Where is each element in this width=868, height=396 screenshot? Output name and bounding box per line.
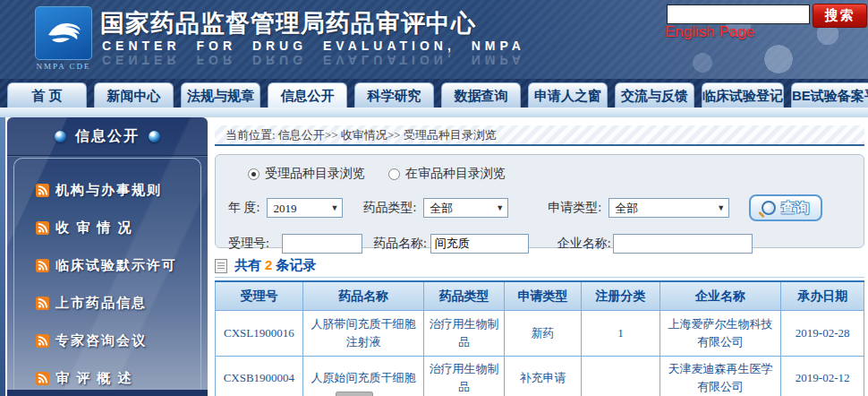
filter-panel: 受理品种目录浏览 在审品种目录浏览 年 度: 2019 ▼ 药品类型: 全部 ▼… [215, 154, 864, 248]
sidebar-title: 信息公开 [75, 127, 140, 146]
select-filter-row: 年 度: 2019 ▼ 药品类型: 全部 ▼ 申请类型: 全部 ▼ 查询 [228, 194, 864, 221]
year-select[interactable]: 2019 ▼ [267, 198, 343, 218]
drug-type-select-value: 全部 [430, 202, 453, 215]
main-nav: 首 页 新闻中心 法规与规章 信息公开 科学研究 数据查询 申请人之窗 交流与反… [0, 79, 868, 108]
page: NMPA CDE 国家药品监督管理局药品审评中心 CENTER FOR DRUG… [0, 0, 868, 396]
query-button[interactable]: 查询 [749, 194, 822, 221]
chevron-down-icon: ▼ [717, 199, 725, 218]
radio-label-accepted[interactable]: 受理品种目录浏览 [265, 166, 365, 182]
orb-icon [55, 131, 66, 142]
nav-tab-be-platform[interactable]: BE试验备案平台 [791, 82, 868, 108]
table-row: CXSL1900016 人脐带间充质干细胞注射液 治疗用生物制品 新药 1 上海… [216, 311, 864, 357]
nav-tab-feedback[interactable]: 交流与反馈 [615, 82, 694, 108]
rss-icon [36, 372, 49, 385]
table-cell: 治疗用生物制品 [424, 311, 505, 357]
sidebar-item-label: 上市药品信息 [55, 295, 147, 312]
header-search-button[interactable]: 搜索 [813, 4, 867, 28]
col-company: 企业名称 [660, 281, 780, 311]
table-cell: 人脐带间充质干细胞注射液 [302, 311, 423, 357]
radio-label-under-review[interactable]: 在审品种目录浏览 [405, 166, 506, 182]
table-cell: CXSL1900016 [216, 311, 303, 357]
orb-icon [149, 131, 160, 142]
sidebar-header: 信息公开 [7, 117, 208, 156]
sidebar-item-label: 收 审 情 况 [55, 220, 133, 237]
apply-type-select[interactable]: 全部 ▼ [608, 198, 729, 218]
results-table: 受理号 药品名称 药品类型 申请类型 注册分类 企业名称 承办日期 CXSL19… [215, 280, 864, 396]
table-cell: 天津麦迪森再生医学有限公司 [660, 357, 780, 396]
table-row: CXSB1900004 人原始间充质干细胞 治疗用生物制品 补充申请 天津麦迪森… [216, 357, 864, 396]
english-page-link[interactable]: English Page [665, 23, 754, 41]
drug-name-input[interactable] [430, 234, 529, 254]
acceptance-no-label: 受理号: [228, 236, 269, 252]
rss-icon [36, 334, 49, 348]
table-cell: 2019-02-28 [781, 311, 864, 357]
summary-suffix: 条记录 [276, 257, 316, 272]
nav-tab-news[interactable]: 新闻中心 [94, 82, 174, 108]
pagination-partial[interactable] [336, 392, 373, 396]
site-subtitle: CENTER FOR DRUG EVALUATION, NMPA [102, 39, 525, 53]
table-cell: 新药 [504, 311, 582, 357]
sidebar-item-acceptance-review[interactable]: 收 审 情 况 [14, 209, 200, 246]
company-name-input[interactable] [613, 234, 753, 254]
apply-type-select-value: 全部 [615, 202, 638, 215]
rss-icon [36, 221, 49, 235]
summary-prefix: 共有 [234, 257, 261, 272]
table-cell: 补充申请 [504, 357, 582, 396]
sidebar-footer-bar [7, 390, 208, 396]
chevron-down-icon: ▼ [330, 199, 338, 218]
col-drug-name: 药品名称 [302, 281, 423, 311]
table-header-row: 受理号 药品名称 药品类型 申请类型 注册分类 企业名称 承办日期 [216, 281, 864, 311]
acceptance-no-input[interactable] [282, 234, 362, 254]
logo-caption: NMPA CDE [34, 62, 93, 71]
site-header: NMPA CDE 国家药品监督管理局药品审评中心 CENTER FOR DRUG… [0, 0, 868, 79]
rss-icon [36, 259, 49, 272]
drug-type-label: 药品类型: [362, 200, 416, 216]
drug-type-select[interactable]: 全部 ▼ [423, 198, 508, 218]
table-cell: 上海爱萨尔生物科技有限公司 [660, 311, 780, 357]
radio-accepted-catalog[interactable] [248, 168, 260, 180]
header-search-input[interactable] [667, 4, 810, 24]
result-count: 2 [261, 257, 276, 272]
col-apply-type: 申请类型 [504, 281, 582, 311]
drug-name-label: 药品名称: [373, 236, 427, 252]
nav-tab-info-disclosure[interactable]: 信息公开 [268, 82, 347, 108]
sidebar-item-marketed-drug-info[interactable]: 上市药品信息 [14, 284, 200, 322]
year-label: 年 度: [228, 200, 260, 216]
sidebar-item-label: 专家咨询会议 [55, 332, 147, 349]
nav-tab-data-query[interactable]: 数据查询 [441, 82, 521, 108]
chevron-down-icon: ▼ [496, 199, 504, 218]
company-name-label: 企业名称: [557, 236, 611, 252]
nav-tab-applicant-window[interactable]: 申请人之窗 [528, 82, 608, 108]
swan-logo-icon [35, 6, 92, 60]
nav-tab-regulations[interactable]: 法规与规章 [181, 82, 260, 108]
sidebar-item-org-rules[interactable]: 机构与办事规则 [14, 171, 200, 209]
magnifier-icon [762, 201, 776, 215]
site-title: 国家药品监督管理局药品审评中心 [100, 7, 476, 39]
table-cell: 2019-02-12 [781, 357, 864, 396]
result-summary-text: 共有2条记录 [234, 257, 316, 274]
rss-icon [36, 297, 49, 310]
radio-under-review-catalog[interactable] [388, 168, 400, 180]
nav-bottom-strip [0, 108, 868, 117]
col-date: 承办日期 [781, 281, 864, 311]
nav-tab-research[interactable]: 科学研究 [354, 82, 434, 108]
table-cell: 治疗用生物制品 [424, 357, 505, 396]
list-icon [215, 259, 227, 273]
year-select-value: 2019 [273, 202, 296, 215]
sidebar-item-clinical-implied-license[interactable]: 临床试验默示许可 [14, 246, 200, 284]
browse-mode-row: 受理品种目录浏览 在审品种目录浏览 [248, 166, 864, 182]
sidebar-item-label: 机构与办事规则 [55, 182, 162, 199]
sidebar-item-label: 临床试验默示许可 [55, 257, 177, 274]
left-edge-strip [0, 117, 5, 396]
nav-tab-home[interactable]: 首 页 [7, 82, 87, 108]
nav-tab-clinical-trial-registry[interactable]: 临床试验登记 [702, 82, 784, 108]
main-content: 当前位置: 信息公开>> 收审情况>> 受理品种目录浏览 受理品种目录浏览 在审… [215, 117, 864, 396]
col-acceptance-no: 受理号 [216, 281, 303, 311]
rss-icon [36, 184, 49, 197]
apply-type-label: 申请类型: [548, 200, 601, 216]
nmpa-logo[interactable]: NMPA CDE [34, 6, 93, 73]
table-cell: CXSB1900004 [216, 357, 303, 396]
table-cell: 1 [582, 311, 660, 357]
table-cell [582, 357, 660, 396]
sidebar-item-expert-meetings[interactable]: 专家咨询会议 [14, 322, 200, 359]
